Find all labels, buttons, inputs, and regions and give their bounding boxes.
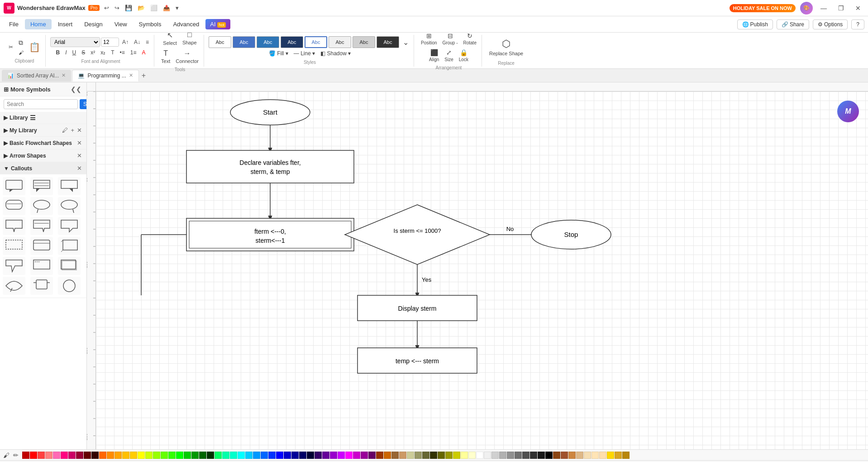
font-family-select[interactable]: Arial [50,37,100,47]
line-color-button[interactable]: ✏ [12,451,20,459]
color-swatch[interactable] [38,452,45,459]
callout-shape-13[interactable] [3,257,25,275]
color-swatch[interactable] [545,452,553,459]
text-color-button[interactable]: A [139,48,148,57]
text-tool-button[interactable]: T Text [159,48,172,65]
share-button[interactable]: 🔗 Share [777,19,809,29]
color-swatch[interactable] [230,452,237,459]
help-button[interactable]: ? [851,19,864,29]
callouts-close-button[interactable]: ✕ [76,164,83,172]
style-box-8[interactable]: Abc [377,36,399,48]
callout-shape-6[interactable] [58,197,81,215]
color-swatch[interactable] [99,452,106,459]
style-box-5[interactable]: Abc [305,36,327,48]
color-swatch[interactable] [576,452,583,459]
color-swatch[interactable] [53,452,60,459]
color-swatch[interactable] [361,452,368,459]
style-box-1[interactable]: Abc [209,36,231,48]
color-swatch[interactable] [399,452,406,459]
menu-symbols[interactable]: Symbols [134,19,167,29]
tab-programming[interactable]: 💻 Programming ... ✕ [72,70,138,82]
color-swatch[interactable] [315,452,322,459]
my-library-new-button[interactable]: + [70,126,75,134]
my-library-close-button[interactable]: ✕ [76,126,83,134]
color-swatch[interactable] [268,452,276,459]
color-swatch[interactable] [176,452,183,459]
color-swatch[interactable] [253,452,260,459]
panel-collapse-button[interactable]: ❮❮ [69,85,83,93]
color-swatch[interactable] [515,452,522,459]
callout-shape-18[interactable] [58,277,81,295]
color-swatch[interactable] [553,452,560,459]
color-swatch[interactable] [291,452,299,459]
search-button[interactable]: Search [80,99,87,109]
menu-design[interactable]: Design [79,19,108,29]
shadow-button[interactable]: ◧ Shadow ▾ [318,49,353,58]
format-painter-button[interactable]: 🖌 [16,48,26,57]
line-button[interactable]: ― Line ▾ [291,49,317,58]
search-input[interactable] [4,99,78,109]
color-swatch[interactable] [261,452,268,459]
color-swatch[interactable] [22,452,29,459]
color-swatch[interactable] [330,452,337,459]
library-header[interactable]: ▶ Library ☰ [0,112,86,124]
styles-expand-button[interactable]: ⌄ [401,37,411,48]
color-swatch[interactable] [353,452,360,459]
color-swatch[interactable] [491,452,499,459]
color-swatch[interactable] [138,452,145,459]
ai-panel-button[interactable]: M [837,101,859,122]
menu-insert[interactable]: Insert [52,19,78,29]
color-swatch[interactable] [484,452,491,459]
menu-advanced[interactable]: Advanced [167,19,205,29]
add-tab-button[interactable]: + [140,72,148,80]
numbered-list-button[interactable]: 1≡ [128,48,139,57]
color-swatch[interactable] [368,452,376,459]
replace-shape-button[interactable]: ⬡ Replace Shape [486,35,526,59]
connector-tool-button[interactable]: → Connector [173,48,201,65]
color-swatch[interactable] [161,452,168,459]
color-swatch[interactable] [322,452,329,459]
cut-button[interactable]: ✂ [6,43,15,52]
color-swatch[interactable] [530,452,537,459]
color-swatch[interactable] [168,452,176,459]
color-swatch[interactable] [45,452,52,459]
tab-sortted-array[interactable]: 📊 Sortted Array Al... ✕ [2,70,71,82]
font-size-input[interactable] [101,38,119,47]
callout-shape-3[interactable] [58,177,81,195]
color-swatch[interactable] [599,452,606,459]
copy-button[interactable]: ⧉ [16,38,26,48]
tab-close-1[interactable]: ✕ [62,72,66,78]
callout-shape-1[interactable] [3,177,25,195]
size-button[interactable]: ⤢Size [442,48,455,63]
color-swatch[interactable] [30,452,37,459]
color-swatch[interactable] [607,452,614,459]
lock-button[interactable]: 🔒Lock [457,48,471,63]
color-swatch[interactable] [207,452,214,459]
color-swatch[interactable] [68,452,76,459]
color-swatch[interactable] [476,452,483,459]
export-button[interactable]: 📤 [161,4,172,12]
color-swatch[interactable] [345,452,353,459]
color-swatch[interactable] [561,452,568,459]
basic-flowchart-header[interactable]: ▶ Basic Flowchart Shapes ✕ [0,137,86,149]
style-box-6[interactable]: Abc [329,36,351,48]
callout-shape-11[interactable] [30,237,53,255]
restore-button[interactable]: ❐ [835,4,847,13]
callout-shape-7[interactable] [3,217,25,235]
options-button[interactable]: ⚙ Options [813,19,848,29]
color-swatch[interactable] [453,452,460,459]
undo-button[interactable]: ↩ [102,4,111,12]
italic-button[interactable]: I [63,48,69,57]
color-swatch[interactable] [245,452,253,459]
callout-shape-14[interactable] [30,257,53,275]
open-button[interactable]: 📂 [136,4,147,12]
publish-button[interactable]: 🌐 Publish [737,19,773,29]
color-swatch[interactable] [438,452,445,459]
my-library-header[interactable]: ▶ My Library 🖊 + ✕ [0,124,86,136]
fill-button[interactable]: 🪣 Fill ▾ [267,49,291,58]
color-swatch[interactable] [61,452,68,459]
callouts-header[interactable]: ▼ Callouts ✕ [0,162,86,174]
menu-home[interactable]: Home [25,19,52,29]
callout-shape-10[interactable] [3,237,25,255]
style-box-4[interactable]: Abc [281,36,303,48]
